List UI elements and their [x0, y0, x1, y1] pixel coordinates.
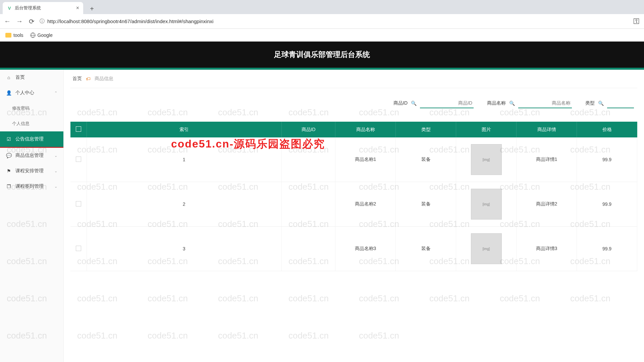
- row-checkbox[interactable]: [76, 157, 81, 162]
- row-checkbox[interactable]: [76, 201, 81, 206]
- content: 首页 🏷 商品信息 商品ID 🔍 商品名称 🔍 类型 🔍: [64, 70, 644, 362]
- cell-id: [282, 182, 335, 227]
- cell-image: [img]: [456, 227, 517, 271]
- cell-image: [img]: [456, 137, 517, 182]
- product-thumbnail[interactable]: [img]: [471, 233, 502, 264]
- new-tab-button[interactable]: +: [87, 3, 97, 14]
- app-body: ⌂ 首页 👤 个人中心 ⌃ 修改密码 个人信息 ☑ 公告信息管理 💬 商品信息管…: [0, 70, 644, 362]
- cell-id: [282, 137, 335, 182]
- cell-price: 99.9: [577, 137, 637, 182]
- sidebar-item-label: 课程签到管理: [15, 183, 44, 189]
- filter-name: 商品名称 🔍: [487, 98, 572, 108]
- cell-name: 商品名称2: [335, 182, 396, 227]
- col-id: 商品ID: [282, 122, 335, 137]
- copy-icon: ❐: [6, 184, 11, 189]
- table-row: 1商品名称1装备[img]商品详情199.9: [70, 137, 637, 182]
- reload-button[interactable]: ⟳: [28, 17, 36, 25]
- breadcrumb-home[interactable]: 首页: [72, 76, 82, 82]
- breadcrumb: 首页 🏷 商品信息: [70, 70, 637, 88]
- sidebar-item-label: 公告信息管理: [15, 136, 44, 142]
- cell-name: 商品名称3: [335, 227, 396, 271]
- product-thumbnail[interactable]: [img]: [471, 144, 502, 175]
- cell-index: 3: [87, 227, 282, 271]
- sidebar-item-signin[interactable]: ❐ 课程签到管理 ⌄: [0, 179, 63, 194]
- app-header: 足球青训俱乐部管理后台系统: [0, 42, 644, 68]
- search-icon: 🔍: [509, 101, 515, 106]
- globe-icon: [30, 33, 36, 38]
- sidebar-item-schedule[interactable]: ⚑ 课程安排管理 ⌄: [0, 163, 63, 179]
- breadcrumb-current: 商品信息: [95, 76, 113, 82]
- col-type: 类型: [396, 122, 456, 137]
- user-icon: 👤: [6, 90, 11, 96]
- vue-icon: V: [7, 5, 12, 11]
- filter-name-input[interactable]: [518, 98, 572, 108]
- announcement-icon: ☑: [6, 136, 11, 142]
- cell-detail: 商品详情3: [517, 227, 577, 271]
- info-icon: ⓘ: [40, 18, 45, 24]
- cell-index: 1: [87, 137, 282, 182]
- table-header-row: 索引 商品ID 商品名称 类型 图片 商品详情 价格: [70, 122, 637, 137]
- sidebar-item-announcement[interactable]: ☑ 公告信息管理: [0, 131, 63, 148]
- cell-image: [img]: [456, 182, 517, 227]
- filter-type-input[interactable]: [607, 98, 634, 108]
- sidebar-item-label: 商品信息管理: [15, 153, 44, 159]
- filter-row: 商品ID 🔍 商品名称 🔍 类型 🔍: [70, 88, 637, 122]
- col-image: 图片: [456, 122, 517, 137]
- filter-id: 商品ID 🔍: [393, 98, 474, 108]
- filter-type: 类型 🔍: [585, 98, 634, 108]
- sidebar: ⌂ 首页 👤 个人中心 ⌃ 修改密码 个人信息 ☑ 公告信息管理 💬 商品信息管…: [0, 70, 64, 362]
- col-detail: 商品详情: [517, 122, 577, 137]
- col-check: [70, 122, 87, 137]
- forward-button[interactable]: →: [15, 17, 23, 25]
- cell-type: 装备: [396, 137, 456, 182]
- bookmark-tools[interactable]: tools: [5, 33, 23, 38]
- chevron-down-icon: ⌄: [54, 154, 57, 158]
- sidebar-item-home[interactable]: ⌂ 首页: [0, 70, 63, 85]
- chevron-down-icon: ⌄: [54, 184, 57, 189]
- message-icon: 💬: [6, 153, 11, 158]
- tab-title: 后台管理系统: [15, 5, 41, 11]
- filter-label: 类型: [585, 100, 595, 106]
- sidebar-item-change-password[interactable]: 修改密码: [0, 101, 63, 116]
- browser-tab[interactable]: V 后台管理系统 ×: [3, 2, 83, 14]
- url-field[interactable]: ⓘ http://localhost:8080/springbootr4n67/…: [40, 18, 629, 24]
- filter-id-input[interactable]: [420, 98, 474, 108]
- sidebar-item-goods[interactable]: 💬 商品信息管理 ⌄: [0, 148, 63, 163]
- address-bar: ← → ⟳ ⓘ http://localhost:8080/springboot…: [0, 14, 644, 29]
- back-button[interactable]: ←: [3, 17, 11, 25]
- cell-detail: 商品详情1: [517, 137, 577, 182]
- sidebar-item-label: 修改密码: [12, 105, 30, 111]
- flag-icon: ⚑: [6, 168, 11, 174]
- cell-type: 装备: [396, 227, 456, 271]
- select-all-checkbox[interactable]: [76, 126, 81, 132]
- url-text: http://localhost:8080/springbootr4n67/ad…: [47, 18, 213, 24]
- close-icon[interactable]: ×: [76, 5, 79, 11]
- home-icon: ⌂: [6, 75, 11, 80]
- app-title: 足球青训俱乐部管理后台系统: [274, 50, 370, 60]
- sidebar-item-label: 个人信息: [12, 121, 30, 127]
- col-name: 商品名称: [335, 122, 396, 137]
- search-icon: 🔍: [598, 101, 604, 106]
- sidebar-item-profile[interactable]: 个人信息: [0, 116, 63, 131]
- cell-id: [282, 227, 335, 271]
- cell-price: 99.9: [577, 227, 637, 271]
- folder-icon: [5, 33, 11, 38]
- cell-price: 99.9: [577, 182, 637, 227]
- col-price: 价格: [577, 122, 637, 137]
- cell-index: 2: [87, 182, 282, 227]
- search-icon: 🔍: [411, 101, 417, 106]
- browser-chrome: V 后台管理系统 × + ← → ⟳ ⓘ http://localhost:80…: [0, 0, 644, 42]
- cell-detail: 商品详情2: [517, 182, 577, 227]
- cell-type: 装备: [396, 182, 456, 227]
- sidebar-item-personal[interactable]: 👤 个人中心 ⌃: [0, 85, 63, 101]
- password-key-icon[interactable]: ⚿: [633, 17, 641, 25]
- sidebar-item-label: 个人中心: [15, 90, 34, 96]
- bookmark-label: Google: [38, 33, 53, 38]
- tab-bar: V 后台管理系统 × +: [0, 0, 644, 14]
- bookmark-google[interactable]: Google: [30, 33, 53, 38]
- sidebar-item-label: 首页: [15, 74, 25, 80]
- product-thumbnail[interactable]: [img]: [471, 189, 502, 220]
- table-row: 2商品名称2装备[img]商品详情299.9: [70, 182, 637, 227]
- row-checkbox[interactable]: [76, 246, 81, 251]
- filter-label: 商品名称: [487, 100, 506, 106]
